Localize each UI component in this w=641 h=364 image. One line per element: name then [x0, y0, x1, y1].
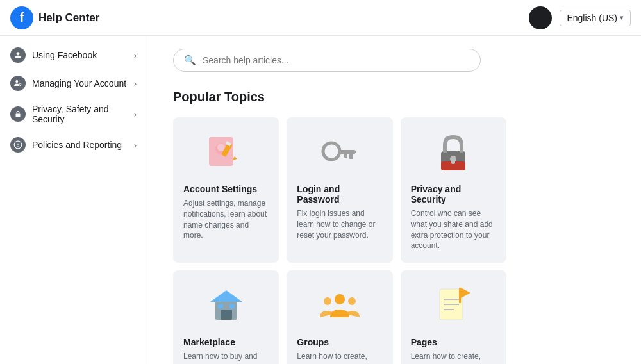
marketplace-illustration — [183, 283, 269, 329]
login-illustration — [297, 130, 382, 176]
language-button[interactable]: English (US) ▾ — [560, 10, 631, 26]
svg-point-30 — [348, 297, 356, 305]
topic-card-privacy-security[interactable]: Privacy and Security Control who can see… — [401, 117, 506, 263]
sidebar-item-label: Policies and Reporting — [32, 140, 122, 150]
sidebar: Using Facebook › Managing Your Account ›… — [0, 36, 147, 364]
person-icon — [10, 47, 26, 63]
sidebar-item-privacy[interactable]: Privacy, Safety and Security › — [0, 97, 147, 131]
svg-rect-17 — [349, 154, 353, 159]
marketplace-name: Marketplace — [183, 337, 235, 347]
svg-point-8 — [17, 146, 18, 147]
svg-rect-16 — [338, 150, 356, 154]
pages-illustration — [411, 283, 496, 329]
lock-icon — [10, 106, 26, 122]
sidebar-item-label: Managing Your Account — [32, 78, 126, 88]
topic-card-marketplace[interactable]: Marketplace Learn how to buy and sell th… — [173, 270, 279, 364]
svg-rect-25 — [221, 310, 232, 320]
svg-marker-37 — [461, 288, 470, 298]
account-settings-desc: Adjust settings, manage notifications, l… — [183, 198, 269, 241]
svg-rect-36 — [459, 288, 461, 303]
svg-rect-5 — [16, 114, 21, 117]
topic-card-groups[interactable]: Groups Learn how to create, manage and u… — [287, 270, 392, 364]
layout: Using Facebook › Managing Your Account ›… — [0, 36, 641, 364]
search-bar[interactable]: 🔍 — [173, 49, 481, 72]
chevron-icon: › — [134, 110, 137, 119]
topic-card-login-password[interactable]: Login and Password Fix login issues and … — [287, 117, 392, 263]
svg-rect-22 — [451, 159, 455, 164]
account-settings-name: Account Settings — [183, 184, 257, 194]
chevron-down-icon: ▾ — [620, 13, 624, 22]
language-label: English (US) — [567, 13, 617, 23]
header: f Help Center English (US) ▾ — [0, 0, 641, 36]
svg-marker-23 — [210, 290, 242, 302]
svg-point-2 — [19, 83, 21, 85]
facebook-logo: f — [10, 6, 33, 29]
account-settings-illustration — [183, 130, 269, 176]
header-left: f Help Center — [10, 6, 99, 29]
groups-name: Groups — [297, 337, 329, 347]
pages-desc: Learn how to create, use, follow and man… — [411, 351, 496, 364]
main-content: 🔍 Popular Topics — [147, 36, 641, 364]
sidebar-item-using-facebook[interactable]: Using Facebook › — [0, 41, 147, 69]
sidebar-item-label: Privacy, Safety and Security — [32, 104, 134, 124]
svg-point-0 — [17, 52, 20, 55]
svg-point-29 — [324, 297, 331, 305]
avatar[interactable] — [529, 6, 552, 29]
svg-rect-18 — [344, 154, 347, 158]
sidebar-item-label: Using Facebook — [32, 50, 97, 60]
sidebar-item-managing-account[interactable]: Managing Your Account › — [0, 69, 147, 97]
person-gear-icon — [10, 76, 26, 91]
svg-point-1 — [15, 80, 18, 83]
topics-grid: Account Settings Adjust settings, manage… — [173, 117, 506, 364]
search-icon: 🔍 — [184, 54, 196, 66]
privacy-security-desc: Control who can see what you share and a… — [411, 208, 496, 251]
login-password-name: Login and Password — [297, 184, 382, 204]
search-input[interactable] — [203, 55, 470, 65]
chevron-icon: › — [134, 140, 137, 150]
login-password-desc: Fix login issues and learn how to change… — [297, 208, 382, 240]
privacy-security-name: Privacy and Security — [411, 184, 496, 204]
svg-rect-26 — [218, 304, 223, 308]
topic-card-account-settings[interactable]: Account Settings Adjust settings, manage… — [173, 117, 279, 263]
svg-point-15 — [323, 143, 340, 160]
groups-desc: Learn how to create, manage and use Grou… — [297, 351, 382, 364]
topic-card-pages[interactable]: Pages Learn how to create, use, follow a… — [401, 270, 506, 364]
marketplace-desc: Learn how to buy and sell things on Face… — [183, 351, 269, 364]
privacy-illustration — [411, 130, 496, 176]
header-right: English (US) ▾ — [529, 6, 631, 29]
svg-point-28 — [335, 294, 345, 304]
chevron-icon: › — [134, 79, 137, 88]
pages-name: Pages — [411, 337, 437, 347]
svg-rect-27 — [229, 304, 235, 308]
groups-illustration — [297, 283, 382, 329]
exclamation-icon — [10, 137, 26, 153]
header-title: Help Center — [38, 12, 99, 24]
chevron-icon: › — [134, 51, 137, 60]
sidebar-item-policies[interactable]: Policies and Reporting › — [0, 131, 147, 159]
popular-topics-title: Popular Topics — [173, 90, 615, 104]
